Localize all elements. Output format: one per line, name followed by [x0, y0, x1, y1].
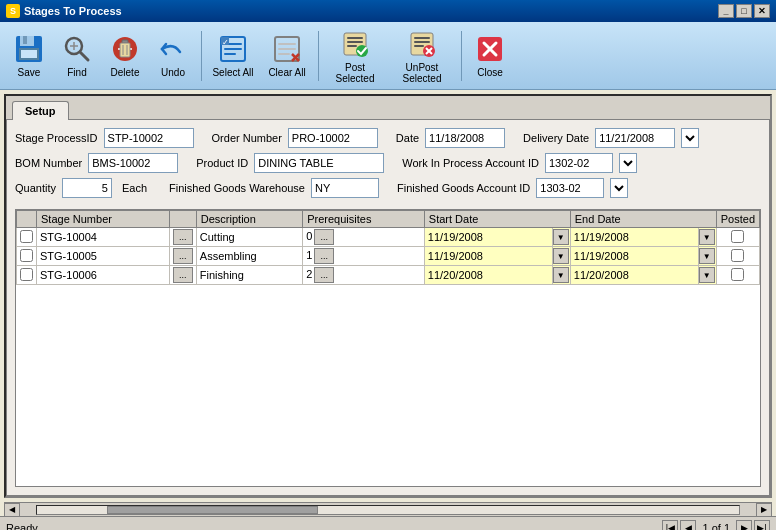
- finished-goods-account-input[interactable]: [536, 178, 604, 198]
- posted-checkbox[interactable]: [731, 249, 744, 262]
- end-date-input[interactable]: [574, 250, 644, 262]
- finished-goods-warehouse-input[interactable]: [311, 178, 379, 198]
- row-checkbox[interactable]: [20, 249, 33, 262]
- start-date-input[interactable]: [428, 250, 498, 262]
- scroll-right-button[interactable]: ▶: [756, 503, 772, 517]
- col-stage-number: Stage Number: [37, 211, 170, 228]
- stage-process-id-label: Stage ProcessID: [15, 132, 98, 144]
- stages-grid: Stage Number Description Prerequisites S…: [16, 210, 760, 285]
- svg-rect-12: [120, 43, 130, 57]
- stage-browse-button[interactable]: ...: [173, 229, 193, 245]
- next-page-button[interactable]: ▶: [736, 520, 752, 531]
- svg-rect-28: [347, 37, 363, 39]
- product-id-input[interactable]: [254, 153, 384, 173]
- finished-goods-account-dropdown[interactable]: ▼: [610, 178, 628, 198]
- prerequisites-cell: 0...: [303, 228, 425, 247]
- end-date-input[interactable]: [574, 231, 644, 243]
- form-area: Stage ProcessID Order Number Date Delive…: [6, 119, 770, 496]
- row-checkbox[interactable]: [20, 230, 33, 243]
- prev-page-button[interactable]: ◀: [680, 520, 696, 531]
- date-input[interactable]: [425, 128, 505, 148]
- description-cell: Assembling: [196, 247, 302, 266]
- work-in-process-dropdown[interactable]: ▼: [619, 153, 637, 173]
- stage-number-cell: STG-10004: [37, 228, 170, 247]
- start-date-input[interactable]: [428, 269, 498, 281]
- toolbar: Save Find Delete: [0, 22, 776, 90]
- form-row-2: BOM Number Product ID Work In Process Ac…: [15, 153, 761, 173]
- scroll-left-button[interactable]: ◀: [4, 503, 20, 517]
- order-number-input[interactable]: [288, 128, 378, 148]
- clear-all-label: Clear All: [268, 67, 305, 78]
- post-selected-label: Post Selected: [325, 62, 385, 84]
- find-label: Find: [67, 67, 86, 78]
- scroll-thumb[interactable]: [107, 506, 318, 514]
- close-label: Close: [477, 67, 503, 78]
- grid-container: Stage Number Description Prerequisites S…: [15, 209, 761, 487]
- col-dots-1: [169, 211, 196, 228]
- form-row-3: Quantity Each Finished Goods Warehouse F…: [15, 178, 761, 198]
- end-date-dropdown-cell: ▼: [698, 228, 716, 247]
- first-page-button[interactable]: |◀: [662, 520, 678, 531]
- window-title: Stages To Process: [24, 5, 122, 17]
- tab-setup[interactable]: Setup: [12, 101, 69, 120]
- clear-all-button[interactable]: Clear All: [261, 27, 313, 85]
- start-date-dropdown-cell: ▼: [552, 247, 570, 266]
- start-date-dropdown-button[interactable]: ▼: [553, 229, 569, 245]
- bom-number-input[interactable]: [88, 153, 178, 173]
- select-all-icon: ✓: [217, 33, 249, 65]
- delivery-date-dropdown[interactable]: ▼: [681, 128, 699, 148]
- unpost-selected-label: UnPost Selected: [389, 62, 455, 84]
- undo-button[interactable]: Undo: [150, 27, 196, 85]
- col-checkbox: [17, 211, 37, 228]
- end-date-input[interactable]: [574, 269, 644, 281]
- end-date-dropdown-button[interactable]: ▼: [699, 248, 715, 264]
- svg-rect-35: [414, 45, 424, 47]
- svg-rect-22: [278, 43, 296, 45]
- stage-number-cell: STG-10005: [37, 247, 170, 266]
- stage-process-id-input[interactable]: [104, 128, 194, 148]
- delete-button[interactable]: Delete: [102, 27, 148, 85]
- horizontal-scrollbar[interactable]: ◀ ▶: [4, 502, 772, 516]
- close-window-button[interactable]: ✕: [754, 4, 770, 18]
- order-number-label: Order Number: [212, 132, 282, 144]
- save-button[interactable]: Save: [6, 27, 52, 85]
- main-area: Setup Stage ProcessID Order Number Date …: [4, 94, 772, 498]
- prereq-browse-button[interactable]: ...: [314, 248, 334, 264]
- posted-cell: [716, 266, 759, 285]
- select-all-button[interactable]: ✓ Select All: [207, 27, 259, 85]
- description-cell: Cutting: [196, 228, 302, 247]
- work-in-process-input[interactable]: [545, 153, 613, 173]
- posted-checkbox[interactable]: [731, 230, 744, 243]
- col-description: Description: [196, 211, 302, 228]
- bom-number-label: BOM Number: [15, 157, 82, 169]
- posted-checkbox[interactable]: [731, 268, 744, 281]
- end-date-dropdown-button[interactable]: ▼: [699, 267, 715, 283]
- prereq-browse-button[interactable]: ...: [314, 267, 334, 283]
- post-selected-button[interactable]: Post Selected: [324, 27, 386, 85]
- delivery-date-input[interactable]: [595, 128, 675, 148]
- unpost-selected-button[interactable]: UnPost Selected: [388, 27, 456, 85]
- row-checkbox-cell: [17, 247, 37, 266]
- prereq-browse-button[interactable]: ...: [314, 229, 334, 245]
- quantity-input[interactable]: [62, 178, 112, 198]
- minimize-button[interactable]: _: [718, 4, 734, 18]
- close-button[interactable]: Close: [467, 27, 513, 85]
- find-icon: [61, 33, 93, 65]
- stage-browse-button[interactable]: ...: [173, 267, 193, 283]
- maximize-button[interactable]: □: [736, 4, 752, 18]
- product-id-label: Product ID: [196, 157, 248, 169]
- find-button[interactable]: Find: [54, 27, 100, 85]
- stage-browse-button[interactable]: ...: [173, 248, 193, 264]
- start-date-dropdown-button[interactable]: ▼: [553, 248, 569, 264]
- start-date-input[interactable]: [428, 231, 498, 243]
- start-date-cell: [424, 228, 552, 247]
- row-checkbox[interactable]: [20, 268, 33, 281]
- last-page-button[interactable]: ▶|: [754, 520, 770, 531]
- start-date-cell: [424, 247, 552, 266]
- start-date-cell: [424, 266, 552, 285]
- col-end-date: End Date: [570, 211, 716, 228]
- start-date-dropdown-button[interactable]: ▼: [553, 267, 569, 283]
- finished-goods-warehouse-label: Finished Goods Warehouse: [169, 182, 305, 194]
- title-bar: S Stages To Process _ □ ✕: [0, 0, 776, 22]
- end-date-dropdown-button[interactable]: ▼: [699, 229, 715, 245]
